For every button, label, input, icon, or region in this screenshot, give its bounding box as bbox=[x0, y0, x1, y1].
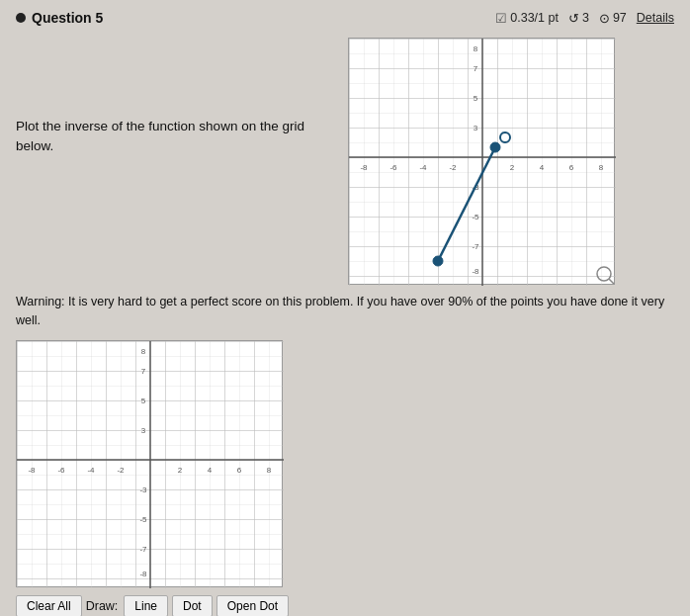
svg-text:6: 6 bbox=[237, 466, 242, 475]
svg-text:4: 4 bbox=[208, 466, 213, 475]
checkbox-icon: ☑ bbox=[495, 11, 507, 26]
dot-button[interactable]: Dot bbox=[172, 595, 213, 617]
svg-text:3: 3 bbox=[474, 124, 478, 132]
svg-text:-6: -6 bbox=[389, 163, 397, 172]
svg-text:-2: -2 bbox=[117, 466, 125, 475]
svg-text:-5: -5 bbox=[472, 213, 479, 221]
question-label: Question 5 bbox=[16, 10, 103, 26]
svg-text:-6: -6 bbox=[57, 466, 65, 475]
svg-text:-7: -7 bbox=[139, 545, 147, 554]
svg-text:-4: -4 bbox=[419, 163, 427, 172]
svg-text:2: 2 bbox=[510, 163, 515, 172]
svg-text:8: 8 bbox=[474, 44, 478, 53]
undo-icon: ↺ bbox=[568, 11, 579, 26]
svg-text:3: 3 bbox=[141, 426, 146, 435]
reference-grid-svg: -2 -4 -6 -8 2 4 6 8 3 5 7 8 -3 -5 -7 -8 bbox=[349, 39, 616, 286]
svg-text:8: 8 bbox=[599, 163, 604, 172]
header-right: ☑ 0.33/1 pt ↺ 3 ⊙ 97 Details bbox=[495, 11, 674, 26]
interactive-grid-svg[interactable]: -2 -4 -6 -8 2 4 6 8 3 5 7 8 -3 -5 -7 -8 bbox=[17, 341, 284, 588]
svg-text:2: 2 bbox=[178, 466, 183, 475]
svg-point-21 bbox=[433, 256, 443, 266]
header: Question 5 ☑ 0.33/1 pt ↺ 3 ⊙ 97 Details bbox=[16, 10, 674, 26]
svg-text:7: 7 bbox=[141, 367, 146, 376]
line-button[interactable]: Line bbox=[124, 595, 168, 617]
svg-text:-5: -5 bbox=[139, 515, 147, 524]
svg-text:5: 5 bbox=[141, 396, 146, 405]
svg-text:-8: -8 bbox=[28, 466, 36, 475]
svg-text:8: 8 bbox=[141, 347, 146, 356]
svg-text:-8: -8 bbox=[472, 267, 479, 276]
attempts-badge: ↺ 3 bbox=[568, 11, 589, 26]
toolbar: Clear All Draw: Line Dot Open Dot bbox=[16, 595, 289, 617]
svg-point-23 bbox=[500, 132, 510, 142]
question-text: Plot the inverse of the function shown o… bbox=[16, 38, 332, 157]
svg-text:7: 7 bbox=[474, 64, 478, 73]
reference-grid: -2 -4 -6 -8 2 4 6 8 3 5 7 8 -3 -5 -7 -8 bbox=[348, 38, 615, 285]
warning-text: Warning: It is very hard to get a perfec… bbox=[16, 293, 674, 330]
top-section: Plot the inverse of the function shown o… bbox=[16, 38, 674, 285]
svg-text:-2: -2 bbox=[449, 163, 457, 172]
percent-badge: ⊙ 97 bbox=[599, 11, 627, 26]
svg-text:6: 6 bbox=[569, 163, 574, 172]
bottom-section: -2 -4 -6 -8 2 4 6 8 3 5 7 8 -3 -5 -7 -8 … bbox=[16, 340, 674, 617]
draw-label: Draw: bbox=[86, 599, 119, 613]
svg-text:-8: -8 bbox=[360, 163, 368, 172]
svg-text:-3: -3 bbox=[139, 485, 147, 494]
interactive-grid[interactable]: -2 -4 -6 -8 2 4 6 8 3 5 7 8 -3 -5 -7 -8 bbox=[16, 340, 283, 587]
svg-text:4: 4 bbox=[540, 163, 545, 172]
open-dot-button[interactable]: Open Dot bbox=[216, 595, 289, 617]
details-link[interactable]: Details bbox=[637, 11, 674, 25]
svg-text:5: 5 bbox=[474, 94, 478, 103]
svg-text:-8: -8 bbox=[139, 570, 147, 578]
clock-icon: ⊙ bbox=[599, 11, 610, 26]
score-badge: ☑ 0.33/1 pt bbox=[495, 11, 559, 26]
svg-text:8: 8 bbox=[267, 466, 272, 475]
svg-text:-7: -7 bbox=[472, 242, 479, 251]
svg-text:-4: -4 bbox=[87, 466, 95, 475]
clear-all-button[interactable]: Clear All bbox=[16, 595, 82, 617]
svg-point-22 bbox=[490, 142, 500, 152]
question-title: Question 5 bbox=[32, 10, 103, 26]
status-dot bbox=[16, 13, 26, 23]
